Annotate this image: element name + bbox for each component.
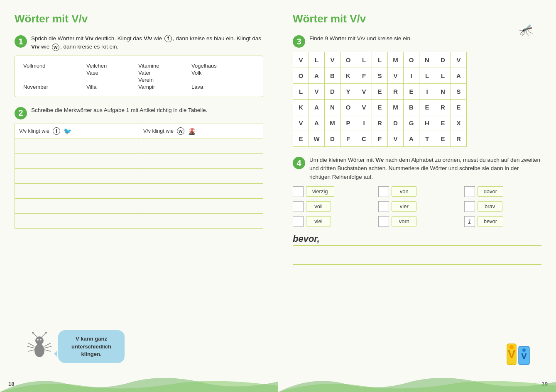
wordsearch-cell: L (309, 52, 325, 68)
writing-start-text: bevor, (293, 234, 320, 245)
number-box[interactable] (378, 186, 389, 197)
wordsearch-cell: E (404, 84, 419, 100)
svg-point-6 (45, 332, 47, 334)
right-title: Wörter mit V/v (293, 12, 541, 25)
table-row (15, 213, 263, 228)
wordsearch-cell: V (451, 52, 467, 68)
word-vater: Vater (138, 70, 191, 76)
word-label: bevor (478, 216, 504, 226)
wordsearch-cell: S (372, 68, 388, 84)
wordsearch-cell: E (372, 100, 388, 115)
wordsearch-cell: A (309, 115, 325, 131)
wordsearch-cell: V (293, 52, 309, 68)
wordsearch-cell: S (451, 84, 467, 100)
word-label: vier (392, 201, 416, 212)
wordsearch-row: VLVOLLMONDV (293, 52, 467, 68)
number-box[interactable]: 1 (464, 216, 475, 227)
task1-header: 1 Sprich die Wörter mit V/v deutlich. Kl… (15, 34, 263, 51)
task2-header: 2 Schreibe die Merkwörter aus Aufgabe 1 … (15, 106, 263, 119)
ant-figure (25, 321, 54, 363)
wordsearch-cell: O (340, 100, 356, 115)
number-box[interactable] (378, 216, 389, 227)
wordsearch-cell: E (419, 100, 435, 115)
wordsearch-cell: N (325, 100, 340, 115)
wordsearch-row: OABKFSVILLA (293, 68, 467, 84)
task3-block: 3 Finde 9 Wörter mit V/v und kreise sie … (293, 34, 541, 147)
wordsearch-row: LVDYVEREINS (293, 84, 467, 100)
wordsearch-row: VAMPIRDGHEX (293, 115, 467, 131)
number-box[interactable] (464, 186, 475, 197)
wordsearch-cell: X (451, 115, 467, 131)
svg-line-5 (42, 333, 46, 337)
word-verein: Verein (138, 77, 191, 83)
wordsearch-cell: L (372, 52, 388, 68)
word-order-item: von (378, 186, 456, 197)
wordsearch-cell: E (372, 84, 388, 100)
wordsearch-cell: N (435, 84, 451, 100)
number-box[interactable] (293, 186, 304, 197)
word-empty3 (86, 77, 137, 83)
word-label: davor (478, 186, 504, 197)
wordsearch-cell: L (419, 68, 435, 84)
word-order-item: viel (293, 216, 370, 227)
word-vitamine: Vitamine (138, 63, 191, 69)
writing-line-2[interactable] (293, 250, 541, 265)
wordsearch-cell: V (309, 84, 325, 100)
circle-f-1: f (164, 35, 172, 42)
wordsearch-cell: H (419, 115, 435, 131)
task2-number: 2 (15, 107, 27, 119)
task1-text: Sprich die Wörter mit V/v deutlich. Klin… (31, 34, 263, 51)
wordsearch-cell: L (356, 52, 372, 68)
bird-icon: 🐦 (64, 127, 72, 135)
word-order-item: voll (293, 201, 370, 212)
svg-line-16 (44, 350, 51, 351)
task4-number: 4 (293, 157, 305, 169)
bottom-hills-right (278, 373, 556, 392)
writing-area: bevor, (293, 234, 541, 265)
wordsearch-cell: F (372, 131, 388, 147)
svg-point-4 (32, 332, 34, 334)
task2-block: 2 Schreibe die Merkwörter aus Aufgabe 1 … (15, 106, 263, 229)
table-row (15, 183, 263, 198)
wordsearch-cell: F (356, 68, 372, 84)
col2-label: V/v klingt wie (143, 128, 174, 134)
wordsearch-cell: D (435, 52, 451, 68)
number-box[interactable] (293, 216, 304, 227)
number-box[interactable] (464, 201, 475, 212)
wordsearch-cell: D (325, 84, 340, 100)
word-lava: Lava (191, 84, 255, 90)
word-label: viel (306, 216, 331, 226)
vv-mascot: V v (506, 343, 531, 369)
wordsearch-cell: M (388, 52, 404, 68)
word-vogelhaus: Vogelhaus (191, 63, 255, 69)
svg-point-9 (38, 340, 39, 341)
wordsearch-cell: L (435, 68, 451, 84)
wordsearch-cell: R (388, 84, 404, 100)
wordsearch-cell: E (293, 131, 309, 147)
wordsearch-cell: K (340, 68, 356, 84)
wordsearch-cell: V (356, 100, 372, 115)
wordsearch-row: EWDFCFVATER (293, 131, 467, 147)
word-label: von (392, 186, 416, 197)
page-spread: Wörter mit V/v 1 Sprich die Wörter mit V… (0, 0, 556, 392)
number-box[interactable] (293, 201, 304, 212)
svg-line-3 (33, 333, 37, 337)
word-label: vierzig (306, 186, 334, 197)
word-villa: Villa (86, 84, 137, 90)
wordsearch-cell: R (451, 131, 467, 147)
volcano-icon: 🌋 (188, 127, 196, 135)
wordsearch-row: KANOVEMBERE (293, 100, 467, 115)
word-box-task1: Vollmond Veilchen Vitamine Vogelhaus Vas… (15, 56, 263, 97)
writing-line-1[interactable]: bevor, (293, 234, 541, 246)
wordsearch-cell: E (435, 131, 451, 147)
word-empty4 (191, 77, 255, 83)
word-order-item: vier (378, 201, 456, 212)
table-row (15, 168, 263, 183)
wordsearch-cell: T (419, 131, 435, 147)
speech-bubble: V kann ganz unterschiedlich klingen. (58, 330, 125, 363)
number-box[interactable] (378, 201, 389, 212)
wordsearch-cell: M (388, 100, 404, 115)
svg-line-12 (27, 346, 34, 348)
svg-point-22 (522, 348, 526, 352)
task4-text: Um die kleinen Wörter mit V/v nach dem A… (309, 156, 541, 181)
